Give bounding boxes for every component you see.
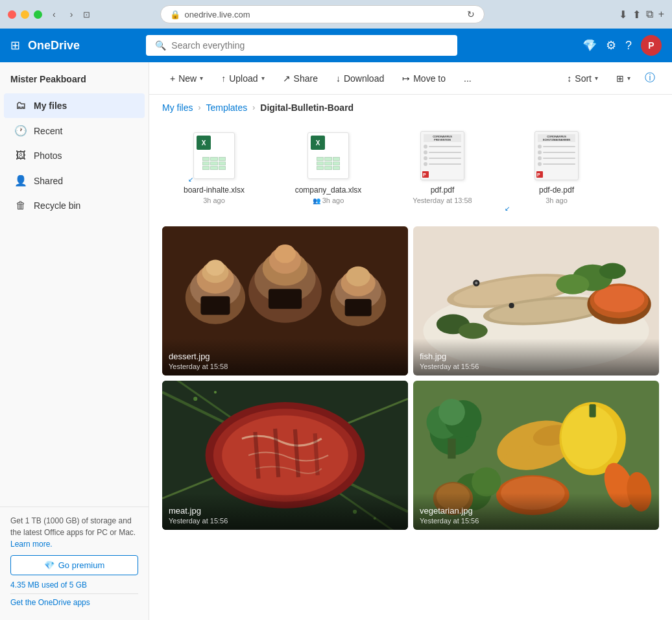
svg-rect-21 — [345, 299, 372, 316]
breadcrumb-templates[interactable]: Templates — [206, 102, 247, 113]
recent-icon: 🕐 — [14, 125, 27, 137]
app-grid-icon[interactable]: ⊞ — [10, 38, 20, 53]
lock-icon: 🔒 — [170, 10, 180, 19]
sidebar-label-recycle-bin: Recycle bin — [34, 200, 80, 211]
sidebar-item-photos[interactable]: 🖼 Photos — [4, 143, 145, 168]
svg-point-33 — [594, 285, 645, 312]
sidebar-user: Mister Peakboard — [0, 67, 149, 93]
svg-text:P: P — [423, 173, 426, 177]
file-time-pdf-de: 3h ago — [546, 197, 568, 204]
minimize-button[interactable] — [21, 10, 29, 19]
svg-point-61 — [561, 405, 617, 469]
upload-button[interactable]: ↑ Upload ▾ — [213, 69, 272, 88]
dessert-info: dessert.jpg Yesterday at 15:58 — [162, 339, 408, 376]
pdf-badge-icon: P — [422, 171, 429, 178]
file-item-pdf[interactable]: CORONAVIRUS PREVENTION P — [390, 123, 494, 211]
title-bar: ‹ › ⊡ 🔒 onedrive.live.com ↻ ⬇ ⬆ ⧉ + — [0, 0, 672, 29]
sort-button[interactable]: ↕ Sort ▾ — [559, 69, 606, 88]
toolbar: + New ▾ ↑ Upload ▾ ↗ Share ↓ Download ↦ … — [149, 62, 672, 95]
svg-point-44 — [193, 397, 197, 401]
shortcut-arrow-icon — [188, 173, 197, 182]
file-name-company-data: company_data.xlsx — [295, 185, 362, 195]
url-text: onedrive.live.com — [184, 10, 250, 19]
excel-icon-2: X — [307, 132, 349, 179]
breadcrumb: My files › Templates › Digital-Bulletin-… — [149, 95, 672, 118]
sidebar-label-my-files: My files — [34, 101, 67, 111]
add-tab-button[interactable]: + — [658, 8, 664, 20]
move-to-button[interactable]: ↦ Move to — [394, 69, 453, 88]
onedrive-header: ⊞ OneDrive 🔍 💎 ⚙ ? P — [0, 29, 672, 62]
download-icon[interactable]: ⬇ — [619, 8, 627, 21]
svg-text:P: P — [537, 173, 540, 177]
svg-point-20 — [346, 267, 370, 287]
titlebar-right: ⬇ ⬆ ⧉ + — [619, 8, 664, 21]
upload-chevron-icon: ▾ — [261, 75, 265, 82]
info-button[interactable]: ⓘ — [641, 67, 659, 89]
image-grid: dessert.jpg Yesterday at 15:58 — [162, 226, 659, 530]
image-item-vegetarian[interactable]: vegetarian.jpg Yesterday at 15:56 — [413, 381, 659, 530]
share-icon: ↗ — [283, 73, 291, 84]
window-toggle-button[interactable]: ⊡ — [83, 10, 90, 19]
svg-point-9 — [206, 259, 225, 276]
svg-point-35 — [556, 274, 589, 294]
storage-used-text: 4.35 MB used of 5 GB — [10, 580, 138, 590]
sidebar-item-recycle-bin[interactable]: 🗑 Recycle bin — [4, 193, 145, 218]
sidebar: Mister Peakboard 🗂 My files 🕐 Recent 🖼 P… — [0, 62, 149, 620]
upload-icon: ↑ — [221, 73, 226, 84]
shortcut-arrow-icon-pdf-de — [505, 202, 514, 211]
file-time-company-data: 👥 3h ago — [313, 197, 344, 204]
maximize-button[interactable] — [34, 10, 42, 19]
file-thumbnails-row: X board-inhalte.xlsx — [162, 123, 659, 211]
sidebar-item-recent[interactable]: 🕐 Recent — [4, 118, 145, 143]
file-item-pdf-de[interactable]: CORONAVIRUS SCHUTZMAßNAHMEN P — [505, 123, 608, 211]
forward-button[interactable]: › — [66, 8, 77, 21]
header-right-actions: 💎 ⚙ ? P — [582, 35, 662, 56]
fish-name: fish.jpg — [420, 352, 653, 361]
file-icon-pdf: CORONAVIRUS PREVENTION P — [416, 130, 468, 182]
more-button[interactable]: ... — [456, 69, 479, 88]
reload-button[interactable]: ↻ — [467, 9, 475, 19]
vegetarian-name: vegetarian.jpg — [420, 506, 653, 516]
share-button[interactable]: ↗ Share — [275, 69, 326, 88]
avatar[interactable]: P — [641, 35, 662, 56]
shared-indicator-icon: 👥 — [313, 197, 320, 204]
svg-point-36 — [599, 263, 626, 280]
close-button[interactable] — [8, 10, 16, 19]
restore-icon[interactable]: ⧉ — [646, 8, 653, 20]
address-bar: 🔒 onedrive.live.com ↻ — [160, 5, 485, 23]
search-bar: 🔍 — [146, 35, 457, 56]
search-input[interactable] — [171, 40, 448, 51]
image-item-meat[interactable]: meat.jpg Yesterday at 15:56 — [162, 381, 408, 530]
image-item-fish[interactable]: fish.jpg Yesterday at 15:56 — [413, 226, 659, 376]
svg-rect-16 — [269, 289, 302, 309]
file-item-board-inhalte[interactable]: X board-inhalte.xlsx — [162, 123, 266, 211]
download-button[interactable]: ↓ Download — [328, 69, 392, 88]
dessert-name: dessert.jpg — [169, 352, 402, 361]
go-premium-button[interactable]: 💎 Go premium — [10, 555, 138, 575]
vegetarian-time: Yesterday at 15:56 — [420, 517, 653, 525]
upgrade-icon[interactable]: 💎 — [582, 38, 597, 53]
svg-point-15 — [274, 244, 296, 263]
file-item-company-data[interactable]: X company_data.xlsx 👥 — [276, 123, 380, 211]
pdf-de-thumbnail: CORONAVIRUS SCHUTZMAßNAHMEN P — [534, 131, 579, 180]
get-apps-link[interactable]: Get the OneDrive apps — [10, 598, 90, 607]
svg-point-68 — [472, 467, 501, 496]
back-button[interactable]: ‹ — [49, 8, 60, 21]
file-name-board-inhalte: board-inhalte.xlsx — [184, 185, 245, 195]
new-button[interactable]: + New ▾ — [162, 69, 211, 88]
settings-icon[interactable]: ⚙ — [606, 38, 616, 53]
photos-icon: 🖼 — [14, 150, 27, 161]
main-layout: Mister Peakboard 🗂 My files 🕐 Recent 🖼 P… — [0, 62, 672, 620]
breadcrumb-my-files[interactable]: My files — [162, 102, 193, 113]
share-titlebar-icon[interactable]: ⬆ — [632, 8, 641, 21]
view-toggle-button[interactable]: ⊞ ▾ — [608, 69, 638, 88]
pdf-thumbnail: CORONAVIRUS PREVENTION P — [420, 131, 464, 180]
sidebar-item-shared[interactable]: 👤 Shared — [4, 168, 145, 193]
learn-more-link[interactable]: Learn more. — [10, 540, 53, 549]
sidebar-item-my-files[interactable]: 🗂 My files — [4, 93, 145, 118]
svg-point-27 — [475, 281, 477, 284]
image-item-dessert[interactable]: dessert.jpg Yesterday at 15:58 — [162, 226, 408, 376]
help-icon[interactable]: ? — [625, 39, 632, 53]
svg-point-45 — [214, 391, 217, 394]
traffic-lights — [8, 10, 42, 19]
